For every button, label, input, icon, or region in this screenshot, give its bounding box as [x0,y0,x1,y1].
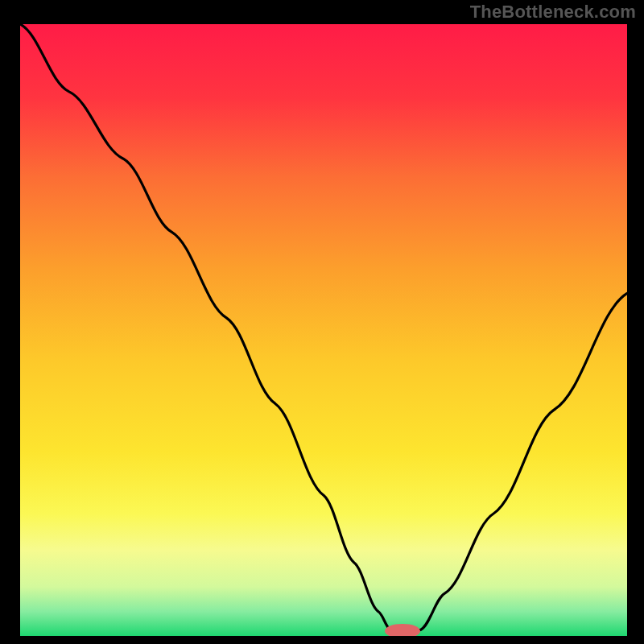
bottleneck-plot [20,24,627,636]
watermark-text: TheBottleneck.com [470,2,636,23]
chart-frame: TheBottleneck.com [0,0,644,644]
gradient-background [20,24,627,636]
